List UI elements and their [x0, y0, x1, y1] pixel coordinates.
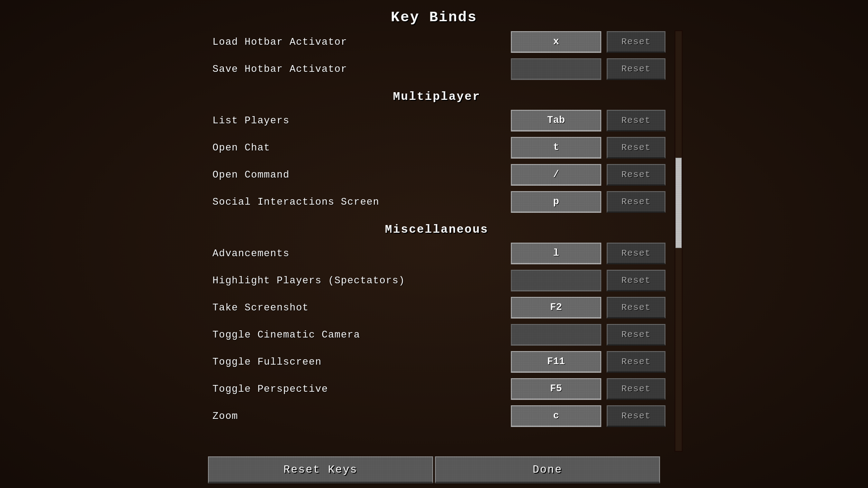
keybind-key-open-command[interactable]: / — [511, 164, 601, 186]
scrollbar-thumb[interactable] — [675, 158, 682, 248]
keybind-key-toggle-fullscreen[interactable]: F11 — [511, 351, 601, 373]
done-button[interactable]: Done — [435, 456, 660, 483]
keybind-row: List Players Tab Reset — [208, 109, 665, 132]
keybind-label-take-screenshot: Take Screenshot — [208, 302, 511, 314]
hotbar-section: Load Hotbar Activator x Reset Save Hotba… — [208, 30, 665, 81]
keybind-row: Zoom c Reset — [208, 404, 665, 428]
reset-button-open-chat[interactable]: Reset — [607, 137, 665, 159]
miscellaneous-section: Miscellaneous Advancements l Reset Highl… — [208, 223, 665, 428]
keybind-label-toggle-cinematic: Toggle Cinematic Camera — [208, 329, 511, 341]
multiplayer-header: Multiplayer — [208, 90, 665, 103]
miscellaneous-header: Miscellaneous — [208, 223, 665, 236]
keybind-key-advancements[interactable]: l — [511, 243, 601, 264]
multiplayer-section: Multiplayer List Players Tab Reset Open … — [208, 90, 665, 214]
keybind-label-social-interactions: Social Interactions Screen — [208, 197, 511, 208]
keybind-key-take-screenshot[interactable]: F2 — [511, 297, 601, 319]
reset-button-zoom[interactable]: Reset — [607, 405, 665, 427]
reset-button-toggle-cinematic[interactable]: Reset — [607, 324, 665, 346]
keybind-label-load-hotbar: Load Hotbar Activator — [208, 37, 511, 48]
keybind-label-open-chat: Open Chat — [208, 142, 511, 154]
keybind-key-save-hotbar[interactable] — [511, 58, 601, 80]
keybind-row: Highlight Players (Spectators) Reset — [208, 269, 665, 292]
keybind-row: Load Hotbar Activator x Reset — [208, 30, 665, 54]
keybind-row: Save Hotbar Activator Reset — [208, 57, 665, 81]
keybind-label-toggle-perspective: Toggle Perspective — [208, 384, 511, 395]
keybind-row: Take Screenshot F2 Reset — [208, 296, 665, 319]
reset-button-list-players[interactable]: Reset — [607, 110, 665, 131]
reset-button-highlight-players[interactable]: Reset — [607, 270, 665, 291]
reset-button-toggle-perspective[interactable]: Reset — [607, 378, 665, 400]
reset-button-take-screenshot[interactable]: Reset — [607, 297, 665, 319]
reset-button-save-hotbar[interactable]: Reset — [607, 58, 665, 80]
keybind-row: Open Command / Reset — [208, 163, 665, 187]
keybind-label-save-hotbar: Save Hotbar Activator — [208, 64, 511, 75]
keybind-label-list-players: List Players — [208, 115, 511, 127]
keybind-row: Toggle Perspective F5 Reset — [208, 377, 665, 401]
keybind-label-zoom: Zoom — [208, 411, 511, 422]
keybind-row: Social Interactions Screen p Reset — [208, 190, 665, 214]
keybind-key-toggle-cinematic[interactable] — [511, 324, 601, 346]
keybind-row: Open Chat t Reset — [208, 136, 665, 160]
keybind-row: Toggle Fullscreen F11 Reset — [208, 350, 665, 374]
keybind-label-highlight-players: Highlight Players (Spectators) — [208, 275, 511, 286]
keybind-row: Toggle Cinematic Camera Reset — [208, 323, 665, 347]
content-area: Load Hotbar Activator x Reset Save Hotba… — [181, 30, 687, 452]
keybind-key-toggle-perspective[interactable]: F5 — [511, 378, 601, 400]
bottom-bar: Reset Keys Done — [181, 452, 687, 488]
keybind-label-toggle-fullscreen: Toggle Fullscreen — [208, 357, 511, 368]
scroll-content: Load Hotbar Activator x Reset Save Hotba… — [181, 30, 675, 452]
keybind-key-load-hotbar[interactable]: x — [511, 31, 601, 53]
keybind-key-highlight-players[interactable] — [511, 270, 601, 291]
keybind-key-open-chat[interactable]: t — [511, 137, 601, 159]
reset-button-load-hotbar[interactable]: Reset — [607, 31, 665, 53]
reset-button-open-command[interactable]: Reset — [607, 164, 665, 186]
keybind-key-zoom[interactable]: c — [511, 405, 601, 427]
keybind-key-list-players[interactable]: Tab — [511, 110, 601, 131]
keybind-label-advancements: Advancements — [208, 248, 511, 259]
keybind-row: Advancements l Reset — [208, 242, 665, 265]
reset-keys-button[interactable]: Reset Keys — [208, 456, 433, 483]
scrollbar-track[interactable] — [675, 30, 683, 452]
reset-button-social-interactions[interactable]: Reset — [607, 191, 665, 213]
keybind-label-open-command: Open Command — [208, 169, 511, 181]
reset-button-advancements[interactable]: Reset — [607, 243, 665, 264]
keybind-key-social-interactions[interactable]: p — [511, 191, 601, 213]
keybinds-screen: Key Binds Load Hotbar Activator x Reset … — [181, 0, 687, 488]
page-title: Key Binds — [391, 9, 477, 26]
reset-button-toggle-fullscreen[interactable]: Reset — [607, 351, 665, 373]
